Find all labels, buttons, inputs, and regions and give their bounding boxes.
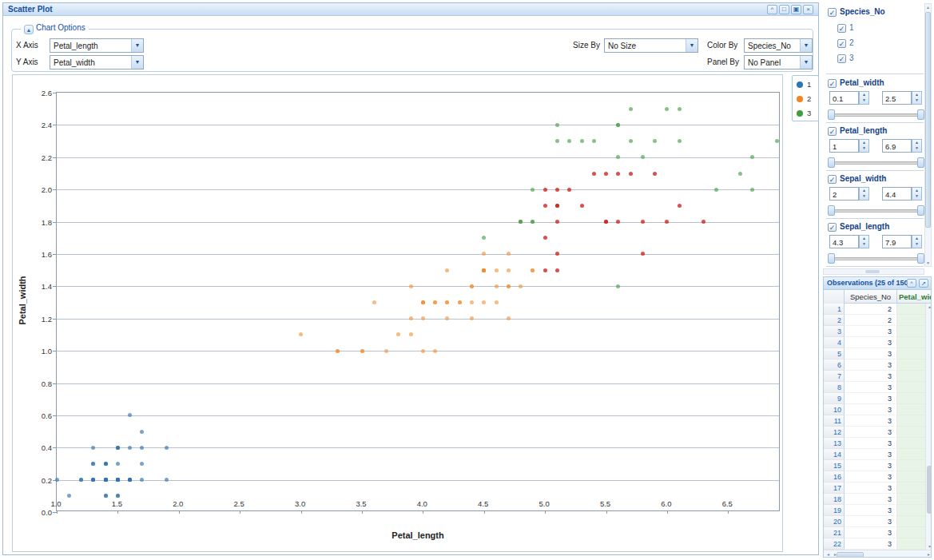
data-point-series-3-selected[interactable] bbox=[555, 188, 559, 192]
chevron-down-icon[interactable]: ▼ bbox=[131, 56, 143, 69]
data-point-series-2[interactable] bbox=[519, 284, 523, 288]
table-row[interactable]: 12 bbox=[824, 304, 925, 315]
table-row[interactable]: 43 bbox=[824, 337, 925, 348]
data-point-series-2[interactable] bbox=[458, 300, 462, 304]
data-point-series-3[interactable] bbox=[616, 284, 620, 288]
data-point-series-3-selected[interactable] bbox=[543, 268, 547, 272]
table-row[interactable]: 33 bbox=[824, 326, 925, 337]
data-point-series-2[interactable] bbox=[445, 268, 449, 272]
data-point-series-2[interactable] bbox=[495, 268, 499, 272]
data-point-series-3-selected[interactable] bbox=[555, 220, 559, 224]
close-button[interactable]: × bbox=[803, 5, 813, 14]
y-axis-combo[interactable]: Petal_width ▼ bbox=[50, 55, 144, 70]
spinner-arrows[interactable]: ▲▼ bbox=[912, 139, 922, 153]
data-point-series-3-selected[interactable] bbox=[604, 172, 608, 176]
data-point-series-1[interactable] bbox=[91, 478, 95, 482]
spin-down-icon[interactable]: ▼ bbox=[912, 145, 921, 151]
spinner-value[interactable]: 0.1 bbox=[829, 91, 859, 105]
restore-button[interactable]: □ bbox=[779, 5, 789, 14]
data-point-series-3[interactable] bbox=[531, 188, 535, 192]
spin-up-icon[interactable]: ▲ bbox=[860, 236, 868, 241]
scroll-down-icon[interactable]: ▼ bbox=[927, 544, 932, 549]
data-point-series-3[interactable] bbox=[678, 139, 682, 143]
data-point-series-2[interactable] bbox=[507, 316, 511, 320]
data-point-series-2[interactable] bbox=[495, 284, 499, 288]
data-point-series-3[interactable] bbox=[750, 155, 754, 159]
data-point-series-2[interactable] bbox=[409, 332, 413, 336]
data-point-series-2[interactable] bbox=[507, 284, 511, 288]
spin-up-icon[interactable]: ▲ bbox=[860, 92, 868, 97]
data-point-series-3-selected[interactable] bbox=[543, 204, 547, 208]
data-point-series-2[interactable] bbox=[531, 268, 535, 272]
data-point-series-2[interactable] bbox=[421, 349, 425, 353]
spin-down-icon[interactable]: ▼ bbox=[860, 241, 868, 247]
data-point-series-3[interactable] bbox=[775, 139, 779, 143]
table-row[interactable]: 213 bbox=[824, 527, 925, 538]
scrollbar-thumb[interactable] bbox=[865, 270, 880, 273]
petal_width-range-slider[interactable] bbox=[828, 109, 924, 120]
data-point-series-1[interactable] bbox=[140, 478, 144, 482]
chevron-down-icon[interactable]: ▼ bbox=[131, 39, 143, 52]
table-row[interactable]: 173 bbox=[824, 483, 925, 494]
data-point-series-2[interactable] bbox=[409, 316, 413, 320]
data-point-series-3[interactable] bbox=[482, 236, 486, 240]
checkbox-sepal_width[interactable]: ✓ bbox=[828, 175, 837, 184]
legend-item-2[interactable]: 2 bbox=[797, 92, 819, 106]
color-by-combo[interactable]: Species_No ▼ bbox=[744, 38, 813, 53]
data-point-series-2[interactable] bbox=[409, 284, 413, 288]
data-point-series-3-selected[interactable] bbox=[629, 172, 633, 176]
data-point-series-1[interactable] bbox=[116, 494, 120, 498]
data-point-series-1[interactable] bbox=[128, 413, 132, 417]
data-point-series-3-selected[interactable] bbox=[616, 220, 620, 224]
data-point-series-2[interactable] bbox=[299, 332, 303, 336]
spinner-arrows[interactable]: ▲▼ bbox=[912, 91, 922, 105]
data-point-series-3-selected[interactable] bbox=[665, 220, 669, 224]
table-row[interactable]: 93 bbox=[824, 393, 925, 404]
table-row[interactable]: 73 bbox=[824, 371, 925, 382]
petal_width-min-spinner[interactable]: 0.1▲▼ bbox=[829, 91, 869, 105]
data-point-series-3[interactable] bbox=[629, 107, 633, 111]
data-point-series-1[interactable] bbox=[116, 462, 120, 466]
table-row[interactable]: 63 bbox=[824, 359, 925, 371]
data-point-series-1[interactable] bbox=[116, 478, 120, 482]
data-point-series-3[interactable] bbox=[531, 220, 535, 224]
sepal_width-range-slider[interactable] bbox=[828, 205, 924, 216]
data-point-series-3[interactable] bbox=[714, 188, 718, 192]
spinner-value[interactable]: 4.4 bbox=[882, 187, 912, 201]
data-point-series-3-selected[interactable] bbox=[580, 204, 584, 208]
scroll-up-icon[interactable]: ▲ bbox=[925, 5, 931, 10]
data-point-series-3-selected[interactable] bbox=[678, 204, 682, 208]
data-point-series-1[interactable] bbox=[128, 446, 132, 450]
petal_length-range-slider[interactable] bbox=[828, 157, 924, 168]
size-by-combo[interactable]: No Size ▼ bbox=[604, 38, 698, 53]
data-point-series-2[interactable] bbox=[470, 300, 474, 304]
checkbox-petal_length[interactable]: ✓ bbox=[828, 127, 837, 136]
data-point-series-1[interactable] bbox=[140, 446, 144, 450]
spin-up-icon[interactable]: ▲ bbox=[912, 236, 921, 241]
data-point-series-3[interactable] bbox=[616, 123, 620, 127]
spin-down-icon[interactable]: ▼ bbox=[860, 145, 868, 151]
table-row[interactable]: 53 bbox=[824, 348, 925, 359]
spin-up-icon[interactable]: ▲ bbox=[860, 188, 868, 193]
data-point-series-1[interactable] bbox=[116, 446, 120, 450]
table-vertical-scrollbar[interactable]: ▲ ▼ bbox=[925, 304, 932, 550]
data-point-series-2[interactable] bbox=[396, 332, 400, 336]
data-point-series-3[interactable] bbox=[750, 188, 754, 192]
data-point-series-2[interactable] bbox=[482, 300, 486, 304]
data-point-series-3[interactable] bbox=[629, 139, 633, 143]
data-point-series-2[interactable] bbox=[360, 349, 364, 353]
data-point-series-3-selected[interactable] bbox=[592, 172, 596, 176]
copy-button[interactable]: ▣ bbox=[791, 5, 801, 14]
checkbox-species-no[interactable]: ✓ bbox=[828, 8, 837, 17]
data-point-series-3[interactable] bbox=[567, 139, 571, 143]
checkbox-petal_width[interactable]: ✓ bbox=[828, 79, 837, 88]
data-point-series-2[interactable] bbox=[421, 300, 425, 304]
data-point-series-3[interactable] bbox=[616, 155, 620, 159]
data-point-series-2[interactable] bbox=[507, 252, 511, 256]
spinner-arrows[interactable]: ▲▼ bbox=[859, 139, 869, 153]
spin-down-icon[interactable]: ▼ bbox=[860, 193, 868, 199]
data-point-series-2[interactable] bbox=[482, 268, 486, 272]
column-header-species-no[interactable]: Species_No bbox=[845, 290, 897, 304]
x-axis-combo[interactable]: Petal_length ▼ bbox=[50, 38, 144, 53]
table-row[interactable]: 113 bbox=[824, 415, 925, 427]
